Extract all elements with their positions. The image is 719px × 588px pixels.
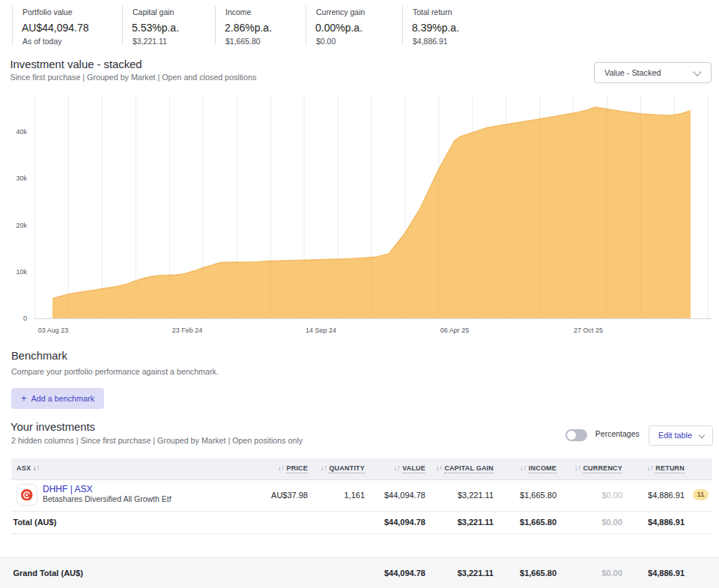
svg-text:23 Feb 24: 23 Feb 24	[172, 327, 203, 334]
svg-text:30k: 30k	[16, 175, 27, 182]
svg-text:14 Sep 24: 14 Sep 24	[306, 327, 336, 334]
svg-text:40k: 40k	[16, 128, 27, 136]
svg-text:27 Oct 25: 27 Oct 25	[574, 327, 603, 334]
svg-text:20k: 20k	[16, 222, 27, 229]
svg-text:10k: 10k	[16, 268, 27, 276]
svg-text:03 Aug 23: 03 Aug 23	[38, 327, 69, 334]
svg-text:0: 0	[23, 315, 27, 322]
svg-text:06 Apr 25: 06 Apr 25	[440, 327, 470, 334]
